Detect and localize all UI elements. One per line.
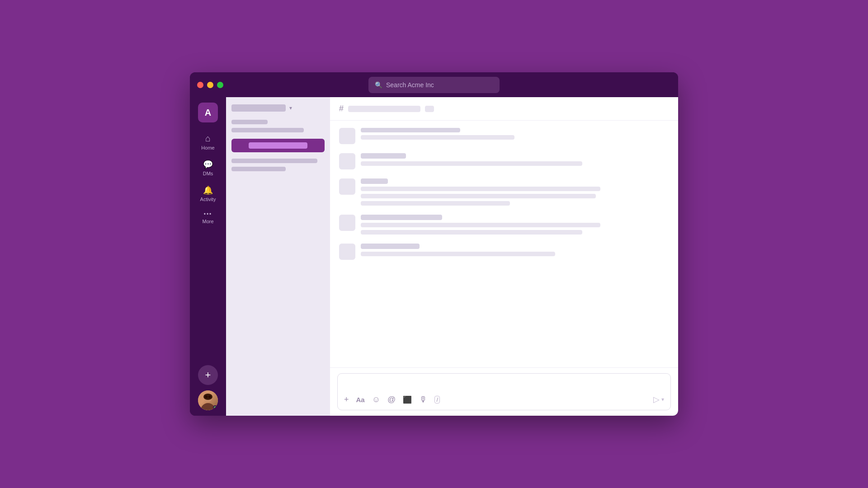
search-bar[interactable]: 🔍 Search Acme Inc — [368, 77, 500, 93]
table-row — [339, 244, 669, 260]
sidebar-item-more[interactable]: ••• More — [193, 207, 222, 228]
mention-icon[interactable]: @ — [387, 395, 396, 404]
table-row — [339, 153, 669, 169]
avatar — [339, 178, 355, 195]
skeleton-item-2 — [231, 128, 304, 132]
svg-point-3 — [205, 395, 208, 398]
activity-label: Activity — [200, 197, 216, 202]
skeleton-line — [361, 194, 596, 198]
skeleton-line — [361, 252, 555, 256]
add-attachment-icon[interactable]: + — [344, 395, 349, 404]
skeleton-name — [361, 153, 406, 159]
add-button[interactable]: + — [198, 365, 218, 385]
table-row — [339, 215, 669, 235]
sidebar-section-top — [231, 118, 325, 134]
emoji-icon[interactable]: ☺ — [372, 395, 380, 404]
active-channel-item[interactable] — [231, 139, 325, 152]
format-text-icon[interactable]: Aa — [356, 396, 365, 404]
sidebar-item-home[interactable]: ⌂ Home — [193, 130, 222, 154]
chat-header: # — [330, 97, 678, 121]
skeleton-line — [361, 230, 582, 235]
main-content: A ⌂ Home 💬 DMs 🔔 Activity ••• More + — [190, 97, 678, 416]
search-icon: 🔍 — [375, 81, 382, 89]
send-dropdown-icon[interactable]: ▾ — [661, 396, 664, 403]
home-icon: ⌂ — [205, 133, 211, 144]
dms-label: DMs — [203, 171, 213, 176]
messages-area — [330, 121, 678, 367]
avatar — [339, 153, 355, 169]
skeleton-line — [361, 201, 510, 206]
message-content — [361, 178, 669, 206]
sidebar-item-dms[interactable]: 💬 DMs — [193, 156, 222, 180]
channel-hash-icon: # — [339, 104, 344, 113]
slash-command-icon[interactable]: / — [434, 396, 440, 404]
video-icon[interactable]: ⬛ — [403, 395, 412, 404]
skeleton-name — [361, 178, 388, 184]
skeleton-line — [361, 223, 600, 227]
more-icon: ••• — [204, 211, 212, 217]
dms-icon: 💬 — [203, 160, 213, 169]
avatar — [339, 244, 355, 260]
sidebar-section-channels — [231, 157, 325, 173]
skeleton-line — [361, 187, 600, 191]
maximize-button[interactable] — [217, 82, 223, 88]
search-placeholder: Search Acme Inc — [386, 81, 434, 89]
skeleton-item-1 — [231, 120, 268, 124]
app-window: 🔍 Search Acme Inc A ⌂ Home 💬 DMs 🔔 Activ… — [190, 72, 678, 416]
svg-point-4 — [208, 395, 211, 398]
send-icon: ▷ — [653, 394, 660, 404]
active-channel-skeleton — [249, 142, 307, 149]
skeleton-channel-1 — [231, 159, 317, 163]
message-content — [361, 128, 669, 140]
channel-sidebar: ▾ — [226, 97, 330, 416]
skeleton-name — [361, 215, 442, 220]
title-bar: 🔍 Search Acme Inc — [190, 72, 678, 97]
skeleton-line — [361, 128, 460, 132]
minimize-button[interactable] — [207, 82, 213, 88]
activity-icon: 🔔 — [203, 185, 213, 195]
sidebar-item-activity[interactable]: 🔔 Activity — [193, 182, 222, 206]
channel-name-skeleton — [348, 106, 420, 112]
message-input-box[interactable]: + Aa ☺ @ ⬛ 🎙 / ▷ ▾ — [337, 373, 671, 410]
table-row — [339, 178, 669, 206]
workspace-name-skeleton — [231, 104, 286, 112]
message-input-area: + Aa ☺ @ ⬛ 🎙 / ▷ ▾ — [330, 367, 678, 416]
home-label: Home — [201, 145, 214, 150]
avatar — [339, 128, 355, 144]
avatar — [339, 215, 355, 231]
message-content — [361, 244, 669, 256]
send-button[interactable]: ▷ ▾ — [653, 394, 664, 404]
close-button[interactable] — [197, 82, 203, 88]
workspace-dropdown-icon[interactable]: ▾ — [289, 105, 292, 111]
table-row — [339, 128, 669, 144]
skeleton-line — [361, 161, 582, 166]
window-controls — [197, 82, 223, 88]
message-content — [361, 153, 669, 166]
online-status-dot — [213, 405, 217, 410]
chat-area: # — [330, 97, 678, 416]
channel-dropdown-skeleton — [425, 106, 434, 112]
sidebar-header: ▾ — [231, 104, 325, 112]
more-label: More — [202, 219, 213, 224]
nav-sidebar: A ⌂ Home 💬 DMs 🔔 Activity ••• More + — [190, 97, 226, 416]
mic-icon[interactable]: 🎙 — [419, 395, 427, 404]
message-text-input[interactable] — [344, 379, 664, 390]
user-avatar[interactable] — [198, 390, 218, 410]
skeleton-line — [361, 135, 514, 140]
input-toolbar: + Aa ☺ @ ⬛ 🎙 / ▷ ▾ — [344, 394, 664, 404]
skeleton-name — [361, 244, 420, 249]
message-content — [361, 215, 669, 235]
skeleton-channel-2 — [231, 167, 286, 171]
workspace-avatar[interactable]: A — [198, 103, 218, 122]
